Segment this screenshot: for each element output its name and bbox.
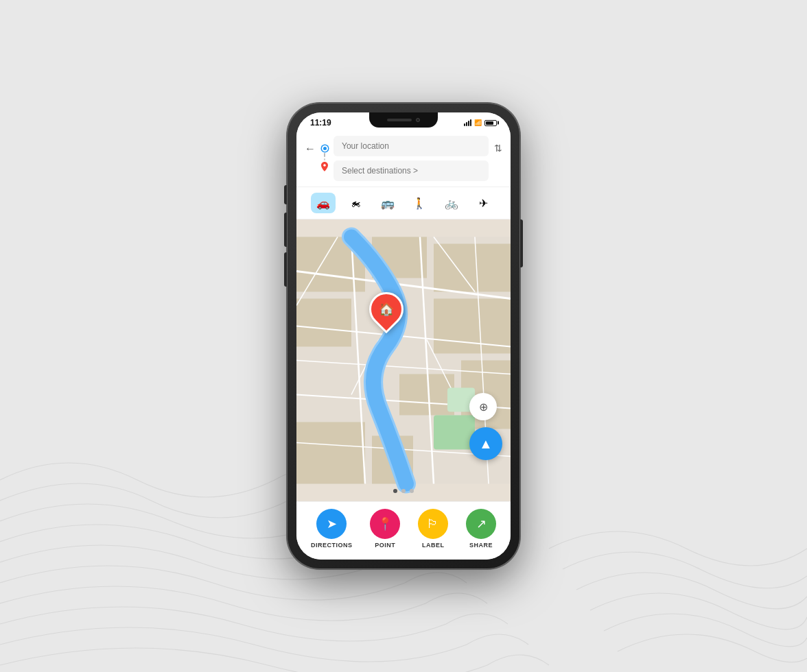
plane-icon: ✈ [479,197,488,210]
svg-rect-4 [296,299,351,347]
route-line-1 [324,153,325,157]
phone-mockup: 11:19 📶 ← [287,103,520,569]
transport-bus[interactable]: 🚌 [375,193,400,213]
destination-input[interactable] [334,160,489,181]
navigate-button[interactable]: ▲ [469,427,502,460]
front-camera [416,118,420,122]
car-icon: 🚗 [316,197,330,210]
map-location-pin: 🏠 [369,292,404,326]
status-icons: 📶 [464,119,497,126]
point-label: POINT [375,542,395,549]
phone-screen: 11:19 📶 ← [296,112,511,560]
swap-button[interactable]: ⇅ [494,143,502,154]
status-time: 11:19 [310,118,331,128]
speaker [387,119,412,121]
page-dot-1 [393,489,397,493]
directions-icon: ➤ [316,509,347,539]
route-inputs [334,136,489,181]
signal-icon [464,119,471,126]
status-bar: 11:19 📶 [296,112,511,130]
page-dot-2 [401,489,406,493]
directions-arrow-icon: ➤ [327,516,337,531]
share-label: SHARE [469,542,493,549]
map-area[interactable]: 🏠 ⊕ ▲ [296,219,511,501]
locate-button[interactable]: ⊕ [469,393,497,420]
svg-rect-8 [296,422,365,484]
transport-plane[interactable]: ✈ [471,193,496,213]
power-button [520,219,523,267]
battery-icon [484,120,497,126]
directions-tab[interactable]: ➤ DIRECTIONS [311,509,353,549]
route-line-2 [324,158,325,160]
share-tab[interactable]: ↗ SHARE [466,509,496,549]
volume-up-button [284,185,287,204]
transport-car[interactable]: 🚗 [311,193,336,213]
silent-button [284,252,287,287]
navigation-icon: ▲ [479,436,493,452]
pin-circle: 🏠 [362,285,411,334]
destination-pin-icon [321,162,328,171]
label-tab[interactable]: 🏳 LABEL [418,509,448,549]
bicycle-icon: 🚲 [445,197,458,210]
bus-icon: 🚌 [381,197,395,210]
label-flag-icon: 🏳 [427,517,439,531]
svg-rect-3 [434,244,511,292]
page-indicators [393,489,414,493]
page-dot-3 [410,489,414,493]
map-controls: ⊕ ▲ [469,393,502,460]
svg-rect-10 [434,416,475,450]
volume-down-button [284,213,287,247]
transport-walk[interactable]: 🚶 [407,193,432,213]
share-icon: ↗ [466,509,496,539]
bottom-tab-bar: ➤ DIRECTIONS 📍 POINT 🏳 LABEL ↗ [296,501,511,560]
transport-bicycle[interactable]: 🚲 [439,193,464,213]
walk-icon: 🚶 [412,197,426,210]
point-pin-icon: 📍 [377,516,393,531]
transport-motorbike[interactable]: 🏍 [343,193,368,213]
origin-dot [322,145,328,152]
location-input[interactable] [334,136,489,156]
pin-home-icon: 🏠 [379,302,394,317]
route-indicator [321,145,328,171]
transport-mode-bar: 🚗 🏍 🚌 🚶 🚲 ✈ [296,187,511,219]
point-icon: 📍 [370,509,400,539]
point-tab[interactable]: 📍 POINT [370,509,400,549]
back-button[interactable]: ← [305,143,316,155]
crosshair-icon: ⊕ [479,400,488,413]
wifi-icon: 📶 [474,119,482,126]
navigation-header: ← ⇅ [296,130,511,187]
label-icon: 🏳 [418,509,448,539]
share-arrow-icon: ↗ [476,516,487,531]
svg-rect-6 [399,374,454,416]
motorbike-icon: 🏍 [351,197,360,208]
notch [369,112,438,128]
label-label: LABEL [422,542,445,549]
directions-label: DIRECTIONS [311,542,353,549]
